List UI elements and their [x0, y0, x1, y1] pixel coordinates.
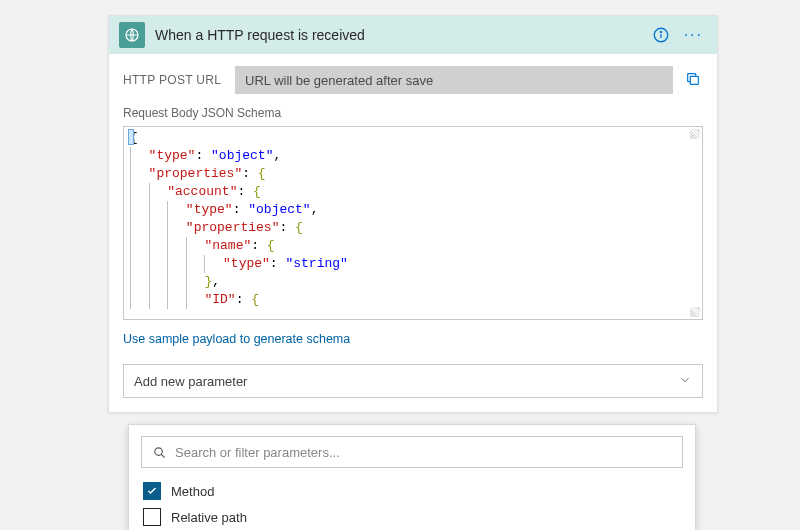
parameter-option-label: Method: [171, 484, 214, 499]
code-line: "type": "object",: [130, 201, 696, 219]
card-body: HTTP POST URL URL will be generated afte…: [109, 54, 717, 412]
search-icon: [152, 445, 167, 460]
code-line: {: [130, 129, 696, 147]
url-label: HTTP POST URL: [123, 73, 223, 87]
parameter-search-input[interactable]: [175, 445, 672, 460]
code-line: },: [130, 273, 696, 291]
add-parameter-dropdown[interactable]: Add new parameter: [123, 364, 703, 398]
add-parameter-label: Add new parameter: [134, 374, 247, 389]
checkbox-checked-icon[interactable]: [143, 482, 161, 500]
svg-point-5: [155, 447, 163, 455]
use-sample-payload-link[interactable]: Use sample payload to generate schema: [123, 332, 350, 346]
chevron-down-icon: [678, 373, 692, 390]
code-line: "properties": {: [130, 219, 696, 237]
code-line: "type": "string": [130, 255, 696, 273]
parameter-dropdown-panel: MethodRelative path: [128, 424, 696, 530]
card-title: When a HTTP request is received: [155, 27, 642, 43]
schema-label: Request Body JSON Schema: [123, 106, 703, 120]
url-row: HTTP POST URL URL will be generated afte…: [123, 66, 703, 94]
copy-icon[interactable]: [685, 71, 703, 89]
checkbox-icon[interactable]: [143, 508, 161, 526]
code-line: "account": {: [130, 183, 696, 201]
url-field: URL will be generated after save: [235, 66, 673, 94]
parameter-option[interactable]: Relative path: [141, 504, 683, 530]
scroll-indicator-bottom: [690, 307, 700, 317]
parameter-option-label: Relative path: [171, 510, 247, 525]
scroll-indicator-top: [690, 129, 700, 139]
svg-point-3: [660, 31, 661, 32]
code-line: "properties": {: [130, 165, 696, 183]
parameter-search[interactable]: [141, 436, 683, 468]
svg-rect-4: [690, 76, 698, 84]
schema-editor[interactable]: { "type": "object", "properties": { "acc…: [123, 126, 703, 320]
card-header[interactable]: When a HTTP request is received ···: [109, 16, 717, 54]
svg-line-6: [161, 454, 164, 457]
code-line: "name": {: [130, 237, 696, 255]
http-globe-icon: [119, 22, 145, 48]
more-icon[interactable]: ···: [680, 26, 707, 44]
parameter-option[interactable]: Method: [141, 478, 683, 504]
code-line: "type": "object",: [130, 147, 696, 165]
code-line: "ID": {: [130, 291, 696, 309]
cursor-marker: [128, 129, 134, 145]
info-icon[interactable]: [652, 26, 670, 44]
http-trigger-card: When a HTTP request is received ··· HTTP…: [108, 15, 718, 413]
